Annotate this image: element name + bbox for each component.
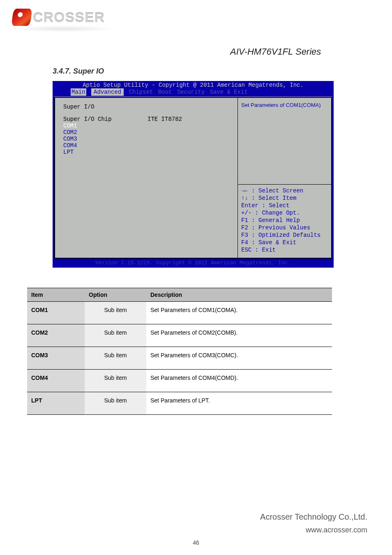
bios-menu-security[interactable]: Security xyxy=(177,89,205,95)
bios-key-line: F1 : General Help xyxy=(241,217,328,224)
table-cell-desc: Set Parameters of COM4(COMD). xyxy=(146,370,332,392)
table-header-item: Item xyxy=(27,288,85,302)
bios-key-line: →← : Select Screen xyxy=(241,187,328,194)
table-header-desc: Description xyxy=(146,288,332,302)
bios-item-com3[interactable]: COM3 xyxy=(63,136,233,142)
table-row: COM1 Sub item Set Parameters of COM1(COM… xyxy=(27,302,332,324)
bios-item-com2[interactable]: COM2 xyxy=(63,129,233,136)
table-cell-desc: Set Parameters of COM3(COMC). xyxy=(146,347,332,370)
bios-panel: Aptio Setup Utility - Copyright @ 2011 A… xyxy=(53,81,334,268)
table-row: LPT Sub item Set Parameters of LPT. xyxy=(27,392,332,415)
bios-menu-chipset[interactable]: Chipset xyxy=(129,89,153,95)
table-cell-option: Sub item xyxy=(85,347,146,370)
table-cell-option: Sub item xyxy=(85,392,146,415)
brand-logo-shadow xyxy=(12,25,114,32)
bios-menu-saveexit[interactable]: Save & Exit xyxy=(210,89,248,95)
bios-chip-row: Super I/O Chip ITE IT8782 xyxy=(63,116,233,123)
bios-key-line: +/- : Change Opt. xyxy=(241,209,328,217)
brand-logo: CROSSER xyxy=(12,7,114,27)
table-row: COM3 Sub item Set Parameters of COM3(COM… xyxy=(27,347,332,370)
footer-company: Acrosser Technology Co.,Ltd. xyxy=(260,512,367,521)
table-cell-option: Sub item xyxy=(85,302,146,324)
table-cell-option: Sub item xyxy=(85,324,146,347)
brand-logo-text: CROSSER xyxy=(33,9,105,25)
bios-left-header: Super I/O xyxy=(63,104,233,110)
page-number: 46 xyxy=(193,539,199,546)
bios-menu-main[interactable]: Main xyxy=(71,88,86,96)
footer-site: www.acrosser.com xyxy=(0,526,367,534)
table-cell-item: COM2 xyxy=(27,324,85,347)
brand-logo-mark xyxy=(11,9,32,26)
table-cell-desc: Set Parameters of COM1(COMA). xyxy=(146,302,332,324)
bios-menu-advanced[interactable]: Advanced xyxy=(91,88,124,96)
options-table: Item Option Description COM1 Sub item Se… xyxy=(27,288,332,415)
bios-title: Aptio Setup Utility - Copyright @ 2011 A… xyxy=(53,81,334,89)
bios-chip-label: Super I/O Chip xyxy=(63,116,148,123)
bios-left-pane: Super I/O Super I/O Chip ITE IT8782 COM1… xyxy=(54,97,238,259)
bios-help-text: Set Parameters of COM1(COMA) xyxy=(241,102,328,184)
page-title: AIV-HM76V1FL Series xyxy=(230,46,321,57)
bios-footer: Version 2.15.1226. Copyright © 2012 Amer… xyxy=(53,259,334,268)
bios-body: Super I/O Super I/O Chip ITE IT8782 COM1… xyxy=(54,97,332,259)
bios-key-help: →← : Select Screen ↑↓ : Select Item Ente… xyxy=(238,184,331,258)
table-cell-desc: Set Parameters of COM2(COMB). xyxy=(146,324,332,347)
bios-key-line: Enter : Select xyxy=(241,202,328,209)
table-cell-option: Sub item xyxy=(85,370,146,392)
bios-chip-value: ITE IT8782 xyxy=(148,116,182,123)
bios-item-com1[interactable]: COM1 xyxy=(63,123,233,129)
table-cell-desc: Set Parameters of LPT. xyxy=(146,392,332,415)
bios-key-line: F4 : Save & Exit xyxy=(241,239,328,246)
table-row: COM4 Sub item Set Parameters of COM4(COM… xyxy=(27,370,332,392)
bios-menu-boot[interactable]: Boot xyxy=(158,89,172,95)
bios-item-lpt[interactable]: LPT xyxy=(63,149,233,155)
bios-menu-bar[interactable]: Main Advanced Chipset Boot Security Save… xyxy=(53,89,334,97)
bios-key-line: ESC : Exit xyxy=(241,246,328,254)
table-header-option: Option xyxy=(85,288,146,302)
section-heading: 3.4.7. Super IO xyxy=(53,67,104,76)
table-cell-item: COM3 xyxy=(27,347,85,370)
bios-key-line: ↑↓ : Select Item xyxy=(241,194,328,202)
table-cell-item: COM1 xyxy=(27,302,85,324)
table-cell-item: LPT xyxy=(27,392,85,415)
page-footer: Acrosser Technology Co.,Ltd. www.acrosse… xyxy=(0,512,392,534)
bios-right-pane: Set Parameters of COM1(COMA) →← : Select… xyxy=(238,97,332,259)
bios-key-line: F3 : Optimized Defaults xyxy=(241,231,328,239)
table-row: COM2 Sub item Set Parameters of COM2(COM… xyxy=(27,324,332,347)
table-cell-item: COM4 xyxy=(27,370,85,392)
bios-key-line: F2 : Previous Values xyxy=(241,224,328,231)
bios-item-com4[interactable]: COM4 xyxy=(63,142,233,149)
